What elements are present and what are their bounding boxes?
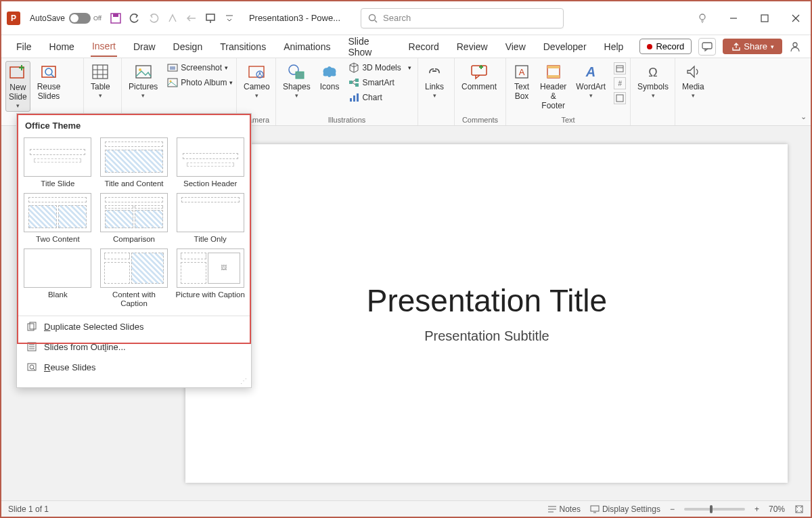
- svg-rect-30: [170, 66, 175, 70]
- duplicate-slides-item[interactable]: Duplicate Selected Slides: [17, 316, 251, 337]
- display-settings-button[interactable]: Display Settings: [590, 504, 660, 514]
- account-icon[interactable]: [789, 41, 801, 53]
- tab-draw[interactable]: Draw: [132, 37, 157, 56]
- tab-record[interactable]: Record: [407, 37, 441, 56]
- chart-button[interactable]: Chart: [346, 91, 413, 104]
- layout-section-header[interactable]: Section Header: [175, 137, 246, 189]
- svg-rect-55: [616, 66, 623, 72]
- tab-developer[interactable]: Developer: [542, 37, 588, 56]
- svg-rect-53: [547, 75, 560, 78]
- autosave-toggle[interactable]: AutoSave Off: [30, 13, 102, 24]
- svg-point-5: [369, 14, 376, 20]
- photo-album-icon: [167, 77, 178, 88]
- slide-number-icon[interactable]: #: [614, 77, 626, 89]
- layout-content-caption[interactable]: Content with Caption: [99, 249, 170, 309]
- zoom-out-button[interactable]: −: [670, 504, 675, 514]
- slide-title[interactable]: Presentation Title: [367, 282, 607, 319]
- slide[interactable]: Presentation Title Presentation Subtitle: [185, 144, 788, 483]
- share-button[interactable]: Share▾: [723, 39, 782, 54]
- tab-design[interactable]: Design: [172, 37, 204, 56]
- comments-pane-button[interactable]: [698, 38, 716, 56]
- zoom-in-button[interactable]: +: [754, 504, 759, 514]
- slide-subtitle[interactable]: Presentation Subtitle: [424, 328, 549, 344]
- dropdown-title: Office Theme: [17, 114, 251, 135]
- record-button[interactable]: Record: [639, 39, 692, 54]
- photo-album-button[interactable]: Photo Album▾: [164, 76, 235, 89]
- layout-title-only[interactable]: Title Only: [175, 193, 246, 244]
- layout-title-slide[interactable]: Title Slide: [22, 137, 93, 189]
- smartart-button[interactable]: SmartArt: [346, 76, 413, 89]
- slide-canvas[interactable]: Presentation Title Presentation Subtitle: [163, 126, 811, 500]
- svg-line-6: [375, 20, 377, 22]
- header-footer-button[interactable]: Header & Footer: [537, 61, 569, 112]
- layout-comparison[interactable]: Comparison: [99, 193, 170, 244]
- svg-rect-40: [355, 83, 359, 87]
- cameo-button[interactable]: Cameo▾: [241, 61, 273, 101]
- layout-blank[interactable]: Blank: [22, 249, 93, 309]
- layout-two-content[interactable]: Two Content: [22, 193, 93, 244]
- qat-icon-2[interactable]: [185, 12, 198, 24]
- reuse-slides-button[interactable]: Reuse Slides: [35, 61, 64, 104]
- new-slide-button[interactable]: New Slide▾: [5, 61, 30, 112]
- close-button[interactable]: [786, 9, 805, 28]
- minimize-button[interactable]: [724, 9, 743, 28]
- toggle-switch[interactable]: [69, 13, 91, 24]
- svg-rect-57: [616, 95, 623, 102]
- tab-view[interactable]: View: [504, 37, 527, 56]
- tab-file[interactable]: File: [15, 37, 33, 56]
- record-dot-icon: [647, 44, 652, 49]
- tab-home[interactable]: Home: [48, 37, 76, 56]
- reuse-slides-item[interactable]: Reuse Slides: [17, 357, 251, 377]
- svg-text:A: A: [519, 67, 525, 77]
- layout-picture-caption[interactable]: 🖼Picture with Caption: [175, 249, 246, 309]
- qat-icon-1[interactable]: [166, 12, 179, 24]
- present-icon[interactable]: [204, 12, 217, 24]
- cube-icon: [348, 62, 359, 73]
- svg-rect-37: [296, 72, 304, 79]
- qat-more-icon[interactable]: [223, 12, 235, 24]
- tab-animations[interactable]: Animations: [282, 37, 332, 56]
- undo-icon[interactable]: [129, 12, 141, 24]
- autosave-state: Off: [93, 15, 102, 22]
- zoom-slider[interactable]: [684, 508, 745, 511]
- text-box-button[interactable]: A Text Box: [510, 61, 533, 104]
- layout-title-content[interactable]: Title and Content: [99, 137, 170, 189]
- tab-slideshow[interactable]: Slide Show: [346, 32, 392, 62]
- svg-line-42: [353, 83, 355, 85]
- tab-transitions[interactable]: Transitions: [219, 37, 267, 56]
- pictures-button[interactable]: Pictures▾: [126, 61, 160, 101]
- fit-to-window-icon[interactable]: [794, 504, 804, 514]
- smartart-icon: [348, 77, 359, 88]
- slides-from-outline-item[interactable]: Slides from Outline...: [17, 337, 251, 357]
- object-icon[interactable]: [614, 92, 626, 104]
- redo-icon[interactable]: [148, 12, 160, 24]
- symbols-button[interactable]: Ω Symbols▾: [635, 61, 671, 101]
- svg-point-28: [139, 68, 141, 71]
- comment-button[interactable]: Comment: [459, 61, 499, 94]
- tab-insert[interactable]: Insert: [91, 37, 117, 57]
- search-input[interactable]: Search: [361, 8, 564, 28]
- tab-help[interactable]: Help: [603, 37, 625, 56]
- icons-button[interactable]: Icons: [317, 61, 342, 94]
- svg-text:Ω: Ω: [648, 66, 657, 79]
- shapes-button[interactable]: Shapes▾: [280, 61, 313, 101]
- reuse-slides-icon: [40, 63, 58, 81]
- screenshot-button[interactable]: Screenshot▾: [164, 61, 235, 74]
- maximize-button[interactable]: [755, 9, 774, 28]
- svg-rect-71: [591, 506, 599, 511]
- svg-point-20: [45, 68, 52, 75]
- search-icon: [368, 14, 378, 23]
- table-button[interactable]: Table▾: [88, 61, 113, 101]
- 3d-models-button[interactable]: 3D Models▾: [346, 61, 413, 74]
- date-time-icon[interactable]: [614, 62, 626, 74]
- wordart-button[interactable]: A WordArt▾: [573, 61, 608, 101]
- resize-handle-icon[interactable]: ⋰: [17, 377, 251, 387]
- screenshot-icon: [167, 62, 178, 73]
- media-button[interactable]: Media▾: [679, 61, 707, 101]
- links-button[interactable]: Links▾: [422, 61, 447, 101]
- help-lightbulb-icon[interactable]: [693, 9, 712, 28]
- tab-review[interactable]: Review: [455, 37, 489, 56]
- notes-button[interactable]: Notes: [547, 504, 581, 514]
- collapse-ribbon-icon[interactable]: ⌄: [800, 112, 807, 121]
- save-icon[interactable]: [110, 12, 122, 24]
